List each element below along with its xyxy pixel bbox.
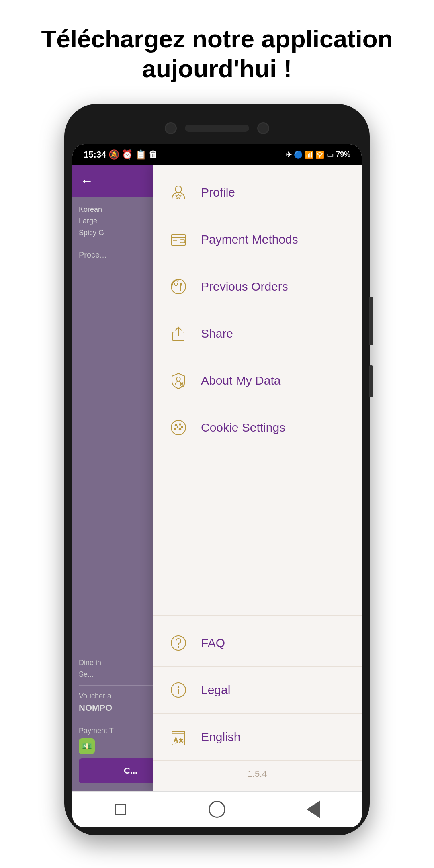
share-icon-svg <box>169 324 188 343</box>
menu-item-previous-orders[interactable]: Previous Orders <box>153 263 362 310</box>
cookie-settings-label: Cookie Settings <box>201 421 285 434</box>
phone-side-button <box>369 297 373 345</box>
version-text: 1.5.4 <box>153 761 362 787</box>
svg-point-25 <box>171 636 186 650</box>
drawer-menu: Profile <box>153 165 362 791</box>
phone-screen: 15:34 🔕 ⏰ 📋 🗑 ✈ 🔵 📶 🛜 ▭ 79% ← Korean Lar… <box>72 144 362 827</box>
speaker <box>185 125 249 132</box>
payment-methods-label: Payment Methods <box>201 233 298 246</box>
share-label: Share <box>201 327 233 340</box>
legal-label: Legal <box>201 683 230 697</box>
menu-item-profile[interactable]: Profile <box>153 169 362 216</box>
legal-icon <box>167 679 190 701</box>
camera-left <box>165 122 177 134</box>
faq-label: FAQ <box>201 636 225 650</box>
faq-icon <box>167 632 190 654</box>
square-icon <box>115 804 126 815</box>
profile-label: Profile <box>201 186 235 199</box>
camera-right <box>257 122 269 134</box>
menu-item-legal[interactable]: Legal <box>153 667 362 714</box>
svg-marker-1 <box>176 194 181 199</box>
svg-text:文: 文 <box>179 738 183 743</box>
phone-top-bar <box>72 112 362 144</box>
menu-spacer <box>153 455 362 615</box>
svg-point-23 <box>177 426 178 428</box>
about-my-data-label: About My Data <box>201 374 280 387</box>
status-time: 15:34 <box>84 149 106 160</box>
svg-point-0 <box>175 186 182 192</box>
screen-content: ← Korean Large Spicy G Proce... Dine in … <box>72 165 362 791</box>
svg-point-26 <box>178 646 179 647</box>
wallet-icon-svg <box>169 230 188 249</box>
info-icon-svg <box>169 680 188 700</box>
status-right: ✈ 🔵 📶 🛜 ▭ 79% <box>286 150 350 159</box>
shield-user-icon-svg <box>169 371 188 390</box>
nav-square-btn[interactable] <box>108 797 133 821</box>
menu-item-payment-methods[interactable]: Payment Methods <box>153 216 362 263</box>
cookie-icon-svg <box>169 418 188 437</box>
svg-rect-2 <box>171 235 186 245</box>
menu-item-faq[interactable]: FAQ <box>153 620 362 667</box>
nav-back-btn[interactable] <box>301 797 326 821</box>
battery-indicator: ▭ <box>327 150 334 159</box>
previous-orders-icon <box>167 275 190 298</box>
language-icon: A 文 <box>167 726 190 748</box>
back-arrow-icon: ← <box>80 174 93 188</box>
svg-point-20 <box>179 424 181 425</box>
battery-percent: 79% <box>336 150 350 159</box>
fork-knife-icon-svg <box>169 277 188 296</box>
status-icons: 🔕 ⏰ 📋 🗑 <box>108 149 157 160</box>
svg-point-19 <box>175 424 177 426</box>
svg-point-17 <box>182 383 183 384</box>
svg-point-7 <box>171 279 186 294</box>
about-my-data-icon <box>167 369 190 392</box>
phone-frame: 15:34 🔕 ⏰ 📋 🗑 ✈ 🔵 📶 🛜 ▭ 79% ← Korean Lar… <box>64 104 370 835</box>
language-icon-svg: A 文 <box>169 727 188 747</box>
svg-point-14 <box>176 377 180 381</box>
svg-point-28 <box>178 686 179 688</box>
svg-rect-4 <box>180 240 185 243</box>
menu-main-section: Profile <box>153 165 362 455</box>
circle-icon <box>209 801 225 818</box>
bottom-nav-bar <box>72 791 362 827</box>
cash-icon: 💵 <box>79 738 95 754</box>
menu-item-share[interactable]: Share <box>153 310 362 357</box>
profile-icon <box>167 181 190 204</box>
cookie-settings-icon <box>167 416 190 439</box>
nav-home-btn[interactable] <box>205 797 229 821</box>
triangle-icon <box>307 800 320 818</box>
previous-orders-label: Previous Orders <box>201 280 288 293</box>
question-icon-svg <box>169 633 188 653</box>
share-icon <box>167 322 190 345</box>
svg-point-22 <box>179 428 181 430</box>
signal-icons: ✈ 🔵 📶 🛜 <box>286 150 324 159</box>
page-title: Téléchargez notre application aujourd'hu… <box>9 0 425 104</box>
payment-methods-icon <box>167 228 190 251</box>
phone-side-button-2 <box>369 365 373 397</box>
menu-item-cookie-settings[interactable]: Cookie Settings <box>153 404 362 451</box>
svg-point-21 <box>174 428 176 430</box>
menu-item-english[interactable]: A 文 English <box>153 714 362 761</box>
status-bar: 15:34 🔕 ⏰ 📋 🗑 ✈ 🔵 📶 🛜 ▭ 79% <box>72 144 362 165</box>
svg-point-24 <box>181 426 183 428</box>
status-left: 15:34 🔕 ⏰ 📋 🗑 <box>84 149 158 160</box>
profile-icon-svg <box>169 183 188 202</box>
english-label: English <box>201 730 240 744</box>
menu-bottom-section: FAQ Legal <box>153 615 362 791</box>
menu-item-about-my-data[interactable]: About My Data <box>153 357 362 404</box>
